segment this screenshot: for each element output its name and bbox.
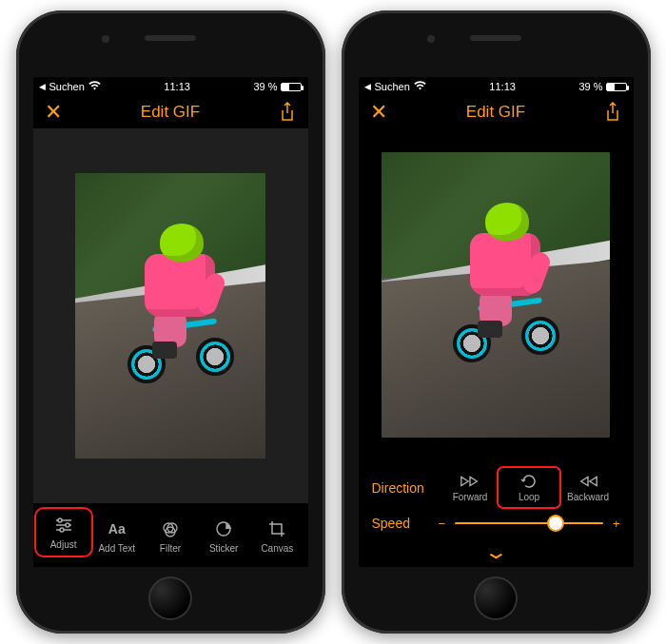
svg-point-6: [217, 522, 230, 536]
tool-filter[interactable]: Filter: [145, 518, 196, 554]
speed-thumb[interactable]: [547, 515, 564, 532]
adjust-panel: Direction Forward Loop: [359, 461, 634, 567]
screen-right: ◀ Suchen 11:13 39 % ✕ Edit GIF: [359, 77, 634, 567]
speed-minus[interactable]: −: [439, 517, 446, 531]
svg-point-1: [66, 523, 69, 527]
speed-slider[interactable]: [455, 522, 603, 524]
chevron-down-icon[interactable]: ⌄: [482, 540, 508, 561]
svg-point-0: [58, 518, 62, 522]
back-chevron-icon[interactable]: ◀: [39, 83, 46, 91]
direction-row: Direction Forward Loop: [372, 469, 620, 506]
gif-preview[interactable]: [33, 128, 308, 503]
share-icon[interactable]: [279, 102, 296, 123]
battery-icon: [606, 83, 627, 91]
back-app-label[interactable]: Suchen: [375, 82, 410, 92]
battery-pct: 39 %: [578, 82, 602, 92]
back-chevron-icon[interactable]: ◀: [364, 83, 371, 91]
backward-icon: [578, 473, 598, 490]
wifi-icon: [414, 81, 426, 92]
clock: 11:13: [489, 82, 516, 92]
direction-option-label: Backward: [567, 492, 609, 502]
gif-frame: [382, 152, 610, 438]
wifi-icon: [88, 81, 101, 92]
tool-label: Canvas: [261, 543, 293, 554]
direction-loop[interactable]: Loop: [500, 469, 558, 506]
filter-icon: [160, 518, 181, 539]
clock: 11:13: [164, 82, 190, 92]
page-title: Edit GIF: [141, 103, 200, 122]
direction-option-label: Loop: [519, 492, 539, 502]
direction-backward[interactable]: Backward: [558, 469, 617, 506]
text-icon: Aa: [107, 518, 127, 539]
screen-left: ◀ Suchen 11:13 39 % ✕ Edit GIF: [33, 77, 308, 567]
tool-sticker[interactable]: Sticker: [198, 518, 249, 554]
tool-label: Sticker: [209, 543, 239, 554]
nav-bar: ✕ Edit GIF: [359, 94, 634, 128]
nav-bar: ✕ Edit GIF: [33, 94, 308, 128]
bottom-toolbar: Adjust Aa Add Text Filter Sticker: [33, 503, 308, 567]
tool-label: Add Text: [98, 543, 135, 554]
direction-forward[interactable]: Forward: [441, 469, 500, 506]
back-app-label[interactable]: Suchen: [49, 82, 85, 92]
device-right: ◀ Suchen 11:13 39 % ✕ Edit GIF: [342, 10, 651, 634]
page-title: Edit GIF: [466, 103, 525, 122]
gif-preview[interactable]: [359, 128, 634, 461]
forward-icon: [460, 473, 480, 490]
sliders-icon: [53, 515, 74, 536]
device-left: ◀ Suchen 11:13 39 % ✕ Edit GIF: [16, 10, 325, 634]
tool-label: Filter: [160, 543, 181, 554]
tool-adjust[interactable]: Adjust: [38, 511, 89, 554]
close-icon[interactable]: ✕: [45, 102, 62, 123]
crop-icon: [266, 518, 287, 539]
close-icon[interactable]: ✕: [370, 102, 387, 123]
tool-add-text[interactable]: Aa Add Text: [91, 518, 143, 554]
battery-pct: 39 %: [253, 82, 277, 92]
gif-frame: [75, 173, 265, 459]
tool-canvas[interactable]: Canvas: [251, 518, 303, 554]
loop-icon: [519, 473, 539, 490]
direction-label: Direction: [372, 480, 439, 496]
battery-icon: [281, 83, 302, 91]
sticker-icon: [213, 518, 234, 539]
direction-option-label: Forward: [453, 492, 488, 502]
share-icon[interactable]: [604, 102, 621, 123]
status-bar: ◀ Suchen 11:13 39 %: [359, 77, 634, 94]
tool-label: Adjust: [50, 539, 77, 550]
home-button[interactable]: [148, 576, 192, 620]
status-bar: ◀ Suchen 11:13 39 %: [33, 77, 308, 94]
speed-plus[interactable]: +: [613, 517, 620, 531]
speed-label: Speed: [372, 516, 439, 531]
home-button[interactable]: [474, 576, 518, 620]
speed-row: Speed − +: [372, 516, 620, 531]
svg-point-2: [60, 528, 64, 532]
